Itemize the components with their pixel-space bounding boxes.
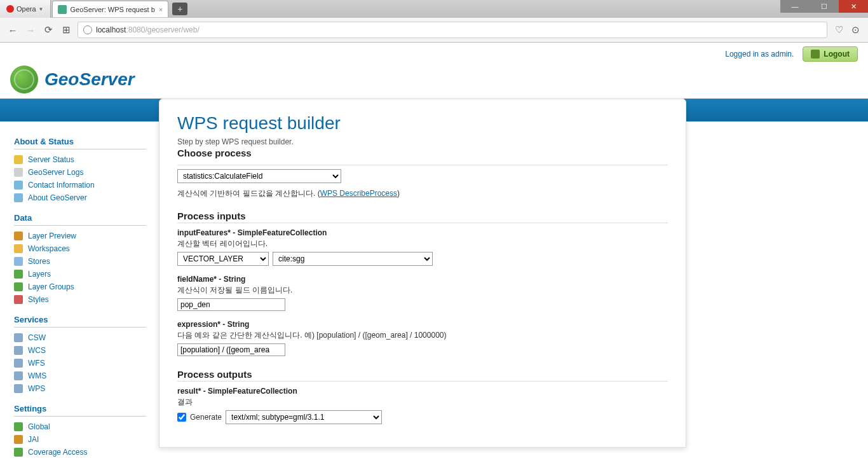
sidebar-item-server-status[interactable]: Server Status xyxy=(14,153,146,166)
sidebar-item-global[interactable]: Global xyxy=(14,420,146,433)
content-row: About & StatusServer StatusGeoServer Log… xyxy=(0,99,868,463)
opera-menu-button[interactable]: Opera ▼ xyxy=(0,0,51,18)
sidebar-item-jai[interactable]: JAI xyxy=(14,433,146,446)
input-features-help: 계산할 벡터 레이어입니다. xyxy=(177,238,668,249)
sidebar-item-workspaces[interactable]: Workspaces xyxy=(14,242,146,255)
minimize-button[interactable]: — xyxy=(780,0,810,13)
lock-icon xyxy=(811,50,820,59)
expression-label: expression* - String xyxy=(177,320,668,329)
process-description: 계산식에 기반하여 필드값을 계산합니다. (WPS DescribeProce… xyxy=(177,188,668,199)
maximize-button[interactable]: ☐ xyxy=(810,0,839,13)
sidebar-item-label: WPS xyxy=(28,384,45,393)
url-port: :8080 xyxy=(126,25,145,34)
logout-label: Logout xyxy=(824,50,850,59)
layer-select[interactable]: cite:sgg xyxy=(273,252,433,266)
sidebar-item-coverage-access[interactable]: Coverage Access xyxy=(14,446,146,459)
generate-label: Generate xyxy=(190,413,222,422)
sidebar-item-label: Layer Preview xyxy=(28,232,76,240)
sidebar-item-icon xyxy=(14,168,23,177)
process-inputs-heading: Process inputs xyxy=(177,211,668,223)
bookmark-button[interactable]: ♡ xyxy=(832,24,845,36)
sidebar-item-wcs[interactable]: WCS xyxy=(14,344,146,357)
generate-checkbox[interactable] xyxy=(177,413,186,422)
url-path: /geoserver/web/ xyxy=(145,25,199,34)
address-right: ♡ ⊙ xyxy=(832,24,862,36)
sidebar-item-label: Stores xyxy=(28,257,50,266)
sidebar-item-stores[interactable]: Stores xyxy=(14,255,146,268)
forward-button[interactable]: → xyxy=(24,24,37,36)
input-features-label: inputFeatures* - SimpleFeatureCollection xyxy=(177,228,668,237)
sidebar-item-icon xyxy=(14,282,23,291)
sidebar-item-label: Layers xyxy=(28,270,51,279)
new-tab-button[interactable]: + xyxy=(172,3,187,15)
sidebar-item-layer-preview[interactable]: Layer Preview xyxy=(14,230,146,242)
sidebar-item-wms[interactable]: WMS xyxy=(14,370,146,382)
close-window-button[interactable]: ✕ xyxy=(839,0,868,13)
divider xyxy=(177,165,668,165)
sidebar-item-layer-groups[interactable]: Layer Groups xyxy=(14,280,146,293)
sidebar-item-icon xyxy=(14,270,23,279)
fieldname-input[interactable] xyxy=(177,298,285,311)
sidebar-heading: Settings xyxy=(14,404,146,417)
sidebar-heading: About & Status xyxy=(14,137,146,149)
sidebar-group: DataLayer PreviewWorkspacesStoresLayersL… xyxy=(14,213,146,306)
sidebar-item-label: Workspaces xyxy=(28,244,70,253)
opera-label: Opera xyxy=(17,5,36,13)
expression-field: expression* - String 다음 예와 같은 간단한 계산식입니다… xyxy=(177,320,668,356)
result-help: 결과 xyxy=(177,397,668,408)
sidebar-item-label: Contact Information xyxy=(28,181,95,190)
sidebar-group: ServicesCSWWCSWFSWMSWPS xyxy=(14,315,146,395)
address-bar[interactable]: localhost:8080/geoserver/web/ xyxy=(78,22,827,38)
close-tab-icon[interactable]: × xyxy=(159,6,163,13)
sidebar-item-csw[interactable]: CSW xyxy=(14,331,146,344)
sidebar-item-label: WCS xyxy=(28,346,46,355)
brand-title: GeoServer xyxy=(44,69,135,90)
process-outputs-heading: Process outputs xyxy=(177,369,668,382)
geoserver-favicon-icon xyxy=(58,5,67,14)
reload-button[interactable]: ⟳ xyxy=(42,24,55,36)
sidebar-item-label: JAI xyxy=(28,435,39,444)
sidebar-item-label: About GeoServer xyxy=(28,193,87,202)
process-desc-prefix: 계산식에 기반하여 필드값을 계산합니다. ( xyxy=(177,189,320,198)
sidebar-item-label: GeoServer Logs xyxy=(28,168,83,177)
describe-process-link[interactable]: WPS DescribeProcess xyxy=(320,189,397,198)
geoserver-logo[interactable]: GeoServer xyxy=(10,66,135,93)
expression-input[interactable] xyxy=(177,343,285,356)
back-button[interactable]: ← xyxy=(6,24,19,36)
sidebar-item-wfs[interactable]: WFS xyxy=(14,357,146,370)
page-body: Logged in as admin. Logout GeoServer Abo… xyxy=(0,43,868,463)
window-controls: — ☐ ✕ xyxy=(780,0,868,13)
sidebar-item-layers[interactable]: Layers xyxy=(14,268,146,280)
result-field: result* - SimpleFeatureCollection 결과 Gen… xyxy=(177,387,668,424)
sidebar-item-icon xyxy=(14,448,23,457)
sidebar-item-icon xyxy=(14,295,23,304)
page-title: WPS request builder xyxy=(177,113,668,134)
choose-process-heading: Choose process xyxy=(177,148,668,160)
process-desc-suffix: ) xyxy=(397,189,400,198)
sidebar-item-icon xyxy=(14,232,23,240)
speed-dial-button[interactable]: ⊞ xyxy=(60,24,72,36)
tab-title: GeoServer: WPS request b xyxy=(71,6,155,13)
sidebar-item-styles[interactable]: Styles xyxy=(14,293,146,306)
sidebar-item-about-geoserver[interactable]: About GeoServer xyxy=(14,191,146,204)
brand-header: GeoServer xyxy=(0,66,868,99)
sidebar-item-icon xyxy=(14,193,23,202)
sidebar-item-icon xyxy=(14,346,23,355)
logout-button[interactable]: Logout xyxy=(803,46,858,62)
sidebar-item-label: Server Status xyxy=(28,155,74,164)
sidebar-heading: Services xyxy=(14,315,146,328)
process-select[interactable]: statistics:CalculateField xyxy=(177,169,341,183)
sidebar-item-contact-information[interactable]: Contact Information xyxy=(14,179,146,191)
sidebar-item-wps[interactable]: WPS xyxy=(14,382,146,395)
output-format-select[interactable]: text/xml; subtype=gml/3.1.1 xyxy=(226,410,382,424)
sidebar-item-icon xyxy=(14,435,23,444)
input-type-select[interactable]: VECTOR_LAYER xyxy=(177,252,269,266)
browser-tab[interactable]: GeoServer: WPS request b × xyxy=(52,1,169,17)
sidebar-item-geoserver-logs[interactable]: GeoServer Logs xyxy=(14,166,146,179)
expression-help: 다음 예와 같은 간단한 계산식입니다. 예) [population] / (… xyxy=(177,330,668,341)
fieldname-label: fieldName* - String xyxy=(177,275,668,284)
sidebar-heading: Data xyxy=(14,213,146,226)
downloads-button[interactable]: ⊙ xyxy=(849,24,862,36)
url-host: localhost xyxy=(96,25,126,34)
sidebar: About & StatusServer StatusGeoServer Log… xyxy=(0,128,153,463)
